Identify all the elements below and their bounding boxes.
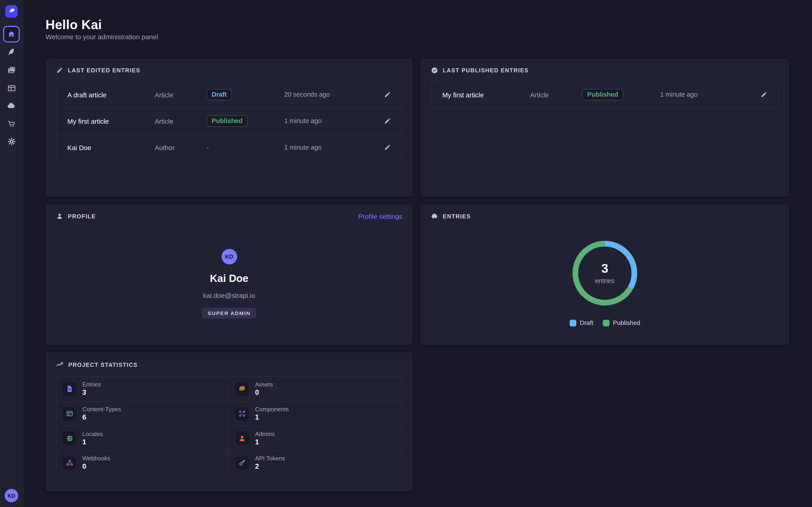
sidebar-item-media-library[interactable] <box>3 61 19 78</box>
profile-email: kai.doe@strapi.io <box>203 292 255 299</box>
stat-assets: Assets0 <box>229 377 402 401</box>
profile-name: Kai Doe <box>210 273 248 285</box>
cart-icon <box>7 119 16 128</box>
stat-label: Components <box>255 406 289 412</box>
api-tokens-key-icon <box>235 456 249 469</box>
entry-type: Author <box>155 144 207 151</box>
legend-label: Draft <box>580 319 594 327</box>
entry-type: Article <box>155 91 207 99</box>
table-row[interactable]: A draft article Article Draft 20 seconds… <box>56 82 402 108</box>
table-row[interactable]: My first article Article Published 1 min… <box>56 108 402 134</box>
draft-swatch-icon <box>569 320 576 326</box>
status-badge: Draft <box>206 89 232 101</box>
edit-entry-button[interactable] <box>377 117 391 125</box>
sidebar: KD <box>0 0 23 507</box>
components-icon <box>235 407 249 420</box>
assets-images-icon <box>235 382 249 396</box>
entry-type: Article <box>530 91 582 99</box>
stat-value: 1 <box>82 438 103 446</box>
stats-table: Entries3 Assets0 Content-Types6 Componen… <box>56 376 402 475</box>
puzzle-icon <box>431 213 438 220</box>
page-subtitle: Welcome to your administration panel <box>46 33 158 41</box>
last-edited-table: A draft article Article Draft 20 seconds… <box>56 81 402 161</box>
published-swatch-icon <box>603 320 609 326</box>
profile-settings-link[interactable]: Profile settings <box>358 213 402 220</box>
table-row[interactable]: Kai Doe Author - 1 minute ago <box>56 134 402 160</box>
status-badge: Published <box>582 89 623 101</box>
sidebar-item-deploy[interactable] <box>3 97 19 114</box>
status-empty: - <box>206 144 209 152</box>
stat-label: Content-Types <box>82 406 121 412</box>
legend-item-published: Published <box>603 319 640 327</box>
stat-label: API Tokens <box>255 455 285 462</box>
sidebar-divider <box>0 22 23 23</box>
last-published-entries-card: LAST PUBLISHED ENTRIES My first article … <box>420 58 789 196</box>
feather-icon <box>7 47 16 56</box>
entry-type: Article <box>155 117 207 125</box>
profile-body: KD Kai Doe kai.doe@strapi.io SUPER ADMIN <box>46 249 413 319</box>
stat-value: 3 <box>82 389 101 396</box>
check-circle-icon <box>431 67 438 74</box>
stat-admins: Admins1 <box>229 426 402 450</box>
locales-globe-icon <box>63 432 76 445</box>
role-badge: SUPER ADMIN <box>202 308 256 319</box>
person-icon <box>56 213 63 220</box>
stat-label: Entries <box>82 382 101 388</box>
strapi-logo-icon <box>7 6 15 16</box>
sidebar-item-content-manager[interactable] <box>3 44 19 60</box>
entry-name: A draft article <box>67 91 154 99</box>
admins-user-icon <box>235 432 249 445</box>
entry-time: 1 minute ago <box>660 91 754 98</box>
stat-api-tokens: API Tokens2 <box>229 450 402 475</box>
donut-center: 3 entries <box>569 237 641 309</box>
stat-value: 1 <box>255 413 289 421</box>
stat-label: Locales <box>82 431 103 437</box>
last-edited-entries-card: LAST EDITED ENTRIES A draft article Arti… <box>46 58 413 196</box>
sidebar-user-avatar[interactable]: KD <box>5 489 18 503</box>
media-library-icon <box>7 65 16 74</box>
entry-time: 20 seconds ago <box>284 91 377 98</box>
project-statistics-title-label: PROJECT STATISTICS <box>68 361 138 368</box>
sidebar-item-home[interactable] <box>3 26 19 42</box>
entry-name: Kai Doe <box>67 144 154 151</box>
entries-count-label: entries <box>595 277 615 284</box>
entries-doc-icon <box>63 382 76 396</box>
pencil-icon <box>56 67 63 74</box>
entry-name: My first article <box>442 91 530 99</box>
sidebar-item-content-type-builder[interactable] <box>3 80 19 96</box>
edit-entry-button[interactable] <box>377 144 391 151</box>
last-published-title-label: LAST PUBLISHED ENTRIES <box>443 67 529 73</box>
layout-icon <box>7 83 16 93</box>
edit-entry-button[interactable] <box>377 91 391 98</box>
stat-value: 2 <box>255 463 285 470</box>
stat-label: Assets <box>255 382 273 388</box>
legend-item-draft: Draft <box>569 319 594 327</box>
last-published-table: My first article Article Published 1 min… <box>431 81 779 108</box>
edit-entry-button[interactable] <box>754 91 768 98</box>
legend-label: Published <box>613 319 640 327</box>
stat-entries: Entries3 <box>56 377 229 401</box>
table-row[interactable]: My first article Article Published 1 min… <box>431 82 778 108</box>
sidebar-item-settings[interactable] <box>3 133 19 150</box>
entry-time: 1 minute ago <box>284 144 377 151</box>
stat-locales: Locales1 <box>56 426 229 450</box>
entry-name: My first article <box>67 117 154 125</box>
profile-title-label: PROFILE <box>68 213 96 220</box>
project-statistics-card: PROJECT STATISTICS Entries3 Assets0 Cont… <box>46 352 413 492</box>
donut-legend: Draft Published <box>420 319 789 327</box>
profile-title: PROFILE <box>56 213 96 220</box>
page-title: Hello Kai <box>46 17 102 32</box>
stat-value: 0 <box>82 463 110 470</box>
admin-dashboard: KD Hello Kai Welcome to your administrat… <box>0 0 812 507</box>
status-badge: Published <box>206 115 248 127</box>
last-published-title: LAST PUBLISHED ENTRIES <box>431 67 529 74</box>
strapi-logo[interactable] <box>5 5 17 17</box>
content-types-icon <box>63 407 76 420</box>
avatar: KD <box>221 249 237 264</box>
last-edited-title: LAST EDITED ENTRIES <box>56 67 140 74</box>
trending-up-icon <box>56 360 64 368</box>
sidebar-item-marketplace[interactable] <box>3 115 19 132</box>
entries-title: ENTRIES <box>431 213 471 220</box>
stat-components: Components1 <box>229 401 402 426</box>
stat-webhooks: Webhooks0 <box>56 450 229 475</box>
